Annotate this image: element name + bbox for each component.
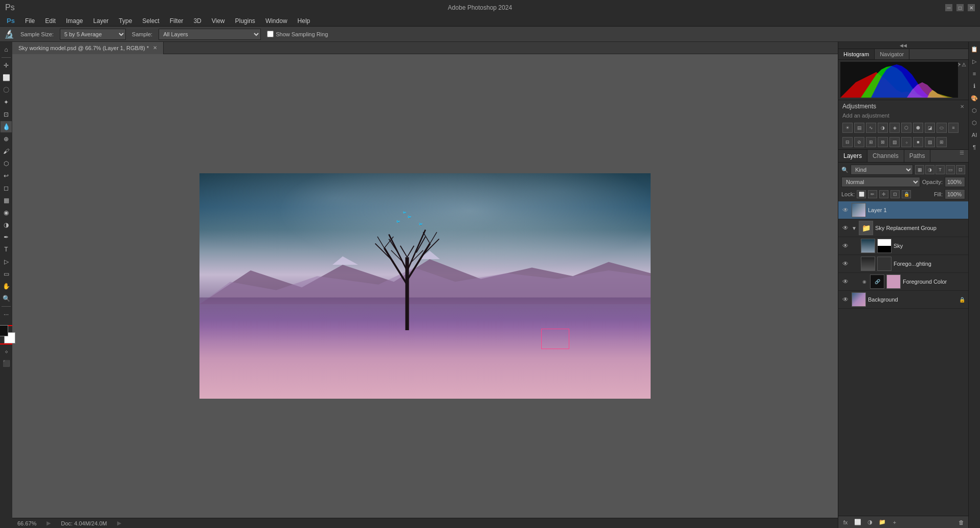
foreground-color-swatch[interactable] [0,325,8,336]
pattern-fill-button[interactable]: ⊞ [937,137,947,147]
add-adjustment-button[interactable]: ◑ [865,518,875,527]
invert-button[interactable]: ⊘ [854,137,864,147]
opacity-input[interactable] [945,177,965,187]
black-white-button[interactable]: ◪ [925,123,935,133]
layer-visibility-background[interactable]: 👁 [841,295,850,304]
layer-item-sky[interactable]: 👁 Sky [838,237,968,255]
exposure-button[interactable]: ◑ [878,123,888,133]
delete-layer-button[interactable]: 🗑 [956,518,966,527]
menu-type[interactable]: Type [115,16,136,26]
info-panel-button[interactable]: ℹ [969,81,979,91]
canvas-area[interactable]: 🐦 🐦 🐦 🐦 [12,54,838,518]
menu-image[interactable]: Image [62,16,87,26]
paragraph-button[interactable]: ¶ [969,142,979,152]
pen-tool[interactable]: ✒ [1,232,12,243]
crop-tool[interactable]: ⊡ [1,109,12,120]
layer-visibility-layer1[interactable]: 👁 [841,206,850,214]
lasso-tool[interactable]: 〇 [1,84,12,96]
sample-select[interactable]: All Layers Current Layer Current and Bel… [159,29,261,40]
menu-select[interactable]: Select [138,16,163,26]
threshold-button[interactable]: ⊠ [878,137,888,147]
filter-panel-button[interactable]: ≡ [969,68,979,79]
solid-color-button[interactable]: ■ [913,137,923,147]
layer-visibility-sky[interactable]: 👁 [841,242,850,250]
layer-visibility-fg-lighting[interactable]: 👁 [841,260,850,268]
more-tools-button[interactable]: ··· [1,309,12,320]
screen-mode-button[interactable]: ⬛ [1,358,12,369]
eraser-tool[interactable]: ◻ [1,182,12,194]
history-tool[interactable]: ↩ [1,170,12,181]
tab-paths[interactable]: Paths [904,150,931,162]
posterize-button[interactable]: ⊞ [866,137,876,147]
layer-item-fg-color[interactable]: 👁 ◉ 🔗 Foreground Color [838,273,968,291]
show-sampling-ring-checkbox[interactable] [267,31,274,37]
gradient-fill-button[interactable]: ▨ [925,137,935,147]
smart-filter-button[interactable]: ⊡ [956,165,965,174]
add-group-button[interactable]: 📁 [877,518,887,527]
doc-tab[interactable]: Sky working model.psd @ 66.7% (Layer 1, … [12,42,164,54]
layer-visibility-sky-group[interactable]: 👁 [841,224,850,232]
sample-size-select[interactable]: 5 by 5 Average Point Sample 3 by 3 Avera… [60,29,126,40]
text-tool[interactable]: T [1,244,12,255]
close-button[interactable]: ✕ [968,4,975,11]
zoom-tool[interactable]: 🔍 [1,293,12,304]
vibrance-button[interactable]: ◈ [889,123,900,133]
lock-artboards-button[interactable]: ⊡ [890,190,900,198]
adjustments-strip-button[interactable]: ⬡ [969,105,979,116]
play-button[interactable]: ▷ [969,56,979,66]
tab-layers[interactable]: Layers [838,150,867,162]
kind-select[interactable]: Kind Name Effect Mode Attribute Color Sm… [851,165,913,175]
brightness-contrast-button[interactable]: ☀ [842,123,853,133]
menu-plugins[interactable]: Plugins [231,16,259,26]
layer-item-fg-lighting[interactable]: 👁 Forego...ghting [838,255,968,273]
home-tool[interactable]: ⌂ [1,44,12,55]
curves-button[interactable]: ∿ [866,123,876,133]
fill-input[interactable] [945,189,965,199]
menu-layer[interactable]: Layer [89,16,113,26]
brush-tool[interactable]: 🖌 [1,146,12,157]
color-balance-button[interactable]: ⬢ [913,123,923,133]
blend-mode-select[interactable]: Normal Dissolve Multiply Screen Overlay [841,177,920,187]
color-panel-button[interactable]: 🎨 [969,93,979,103]
maximize-button[interactable]: □ [956,4,964,11]
group-arrow-icon[interactable]: ▼ [852,225,857,231]
menu-help[interactable]: Help [294,16,315,26]
stamp-tool[interactable]: ⬡ [1,158,12,169]
magic-wand-tool[interactable]: ✦ [1,97,12,108]
shape-tool[interactable]: ▭ [1,268,12,280]
shape-filter-button[interactable]: ▭ [946,165,955,174]
layer-item-background[interactable]: 👁 Background 🔒 [838,291,968,309]
hand-tool[interactable]: ✋ [1,281,12,292]
menu-edit[interactable]: Edit [41,16,60,26]
lock-transparent-button[interactable]: ⬜ [857,190,866,198]
photo-filter-button[interactable]: ⬭ [937,123,947,133]
channel-mixer-button[interactable]: ≡ [948,123,959,133]
menu-view[interactable]: View [208,16,229,26]
show-sampling-ring-label[interactable]: Show Sampling Ring [267,31,328,37]
levels-button[interactable]: ▤ [854,123,864,133]
blur-tool[interactable]: ◉ [1,207,12,218]
panel-collapse-button[interactable]: ◀◀ [838,42,968,49]
dodge-tool[interactable]: ◑ [1,219,12,231]
tab-histogram[interactable]: Histogram [838,49,875,59]
menu-ps[interactable]: Ps [3,16,19,26]
ai-button[interactable]: AI [969,130,979,140]
add-mask-button[interactable]: ⬜ [853,518,863,527]
menu-window[interactable]: Window [261,16,292,26]
type-filter-button[interactable]: T [936,165,945,174]
lock-all-button[interactable]: 🔒 [902,190,911,198]
path-select-tool[interactable]: ▷ [1,256,12,267]
minimize-button[interactable]: ─ [945,4,952,11]
menu-filter[interactable]: Filter [166,16,188,26]
move-tool[interactable]: ✛ [1,60,12,71]
hue-saturation-button[interactable]: ⬡ [901,123,911,133]
adjustment-filter-button[interactable]: ◑ [925,165,934,174]
eyedropper-tool[interactable]: 💧 [1,121,12,132]
select-tool[interactable]: ⬜ [1,72,12,83]
layer-item-sky-group[interactable]: 👁 ▼ 📁 Sky Replacement Group [838,219,968,237]
gradient-tool[interactable]: ▦ [1,195,12,206]
gradient-map-button[interactable]: ▧ [889,137,900,147]
lock-position-button[interactable]: ✛ [879,190,888,198]
selective-color-button[interactable]: ⬦ [901,137,911,147]
fx-button[interactable]: fx [840,518,851,527]
